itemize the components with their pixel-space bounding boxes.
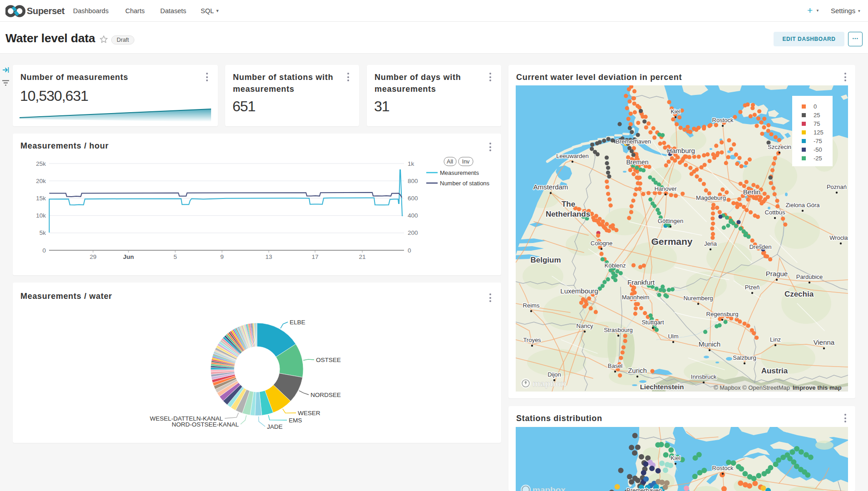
svg-text:Zielona Góra: Zielona Góra xyxy=(785,202,820,208)
svg-text:Jun: Jun xyxy=(123,253,134,260)
svg-text:Berlin: Berlin xyxy=(743,188,760,196)
svg-text:Nuremberg: Nuremberg xyxy=(683,295,713,302)
svg-text:NORDSEE: NORDSEE xyxy=(311,392,341,398)
svg-text:Plzeň: Plzeň xyxy=(745,284,760,291)
svg-text:Number of stations: Number of stations xyxy=(440,180,490,187)
svg-text:800: 800 xyxy=(408,178,418,184)
svg-text:20k: 20k xyxy=(36,178,46,184)
svg-text:-50: -50 xyxy=(814,146,822,153)
svg-text:0: 0 xyxy=(42,247,46,254)
svg-text:Linz: Linz xyxy=(770,336,781,343)
svg-text:mapbox: mapbox xyxy=(533,485,566,491)
svg-text:Hanover: Hanover xyxy=(654,185,677,192)
svg-text:NORD-OSTSEE-KANAL: NORD-OSTSEE-KANAL xyxy=(172,421,239,428)
svg-text:Vienna: Vienna xyxy=(814,338,835,346)
svg-text:Cottbus: Cottbus xyxy=(765,209,785,216)
svg-text:Leeuwarden: Leeuwarden xyxy=(556,153,589,159)
svg-text:Salzburg: Salzburg xyxy=(733,354,756,361)
svg-text:Bremerhaven: Bremerhaven xyxy=(616,138,651,145)
svg-text:400: 400 xyxy=(408,212,418,219)
svg-text:Rostock: Rostock xyxy=(712,465,734,471)
svg-text:Poznań: Poznań xyxy=(827,184,847,190)
svg-text:Belgium: Belgium xyxy=(530,256,561,264)
svg-text:Hamburg: Hamburg xyxy=(667,147,695,154)
svg-text:15k: 15k xyxy=(36,195,46,202)
svg-text:The: The xyxy=(562,200,575,208)
svg-text:-75: -75 xyxy=(814,138,822,144)
svg-text:Dresden: Dresden xyxy=(749,243,771,250)
svg-text:Bremerhaven: Bremerhaven xyxy=(626,487,662,491)
svg-text:Germany: Germany xyxy=(651,236,692,247)
svg-text:mapbox: mapbox xyxy=(533,379,566,388)
svg-text:JADE: JADE xyxy=(267,423,283,430)
svg-text:Luxembourg: Luxembourg xyxy=(560,287,598,295)
svg-text:21: 21 xyxy=(359,253,365,260)
svg-text:WESER: WESER xyxy=(298,410,321,417)
svg-text:Stuttgart: Stuttgart xyxy=(641,319,664,326)
svg-text:All: All xyxy=(447,159,453,165)
svg-text:17: 17 xyxy=(311,253,318,260)
svg-text:0: 0 xyxy=(408,247,411,254)
svg-text:5k: 5k xyxy=(39,229,46,236)
svg-text:Rostock: Rostock xyxy=(712,117,734,124)
svg-text:Koblenz: Koblenz xyxy=(605,262,626,269)
svg-text:600: 600 xyxy=(408,195,418,202)
svg-text:25: 25 xyxy=(814,112,820,119)
svg-text:Magdeburg: Magdeburg xyxy=(696,194,726,201)
svg-text:Nancy: Nancy xyxy=(577,322,593,329)
svg-text:Göttingen: Göttingen xyxy=(658,218,683,224)
svg-text:Innsbruck: Innsbruck xyxy=(691,373,717,380)
svg-text:1k: 1k xyxy=(408,160,414,167)
svg-text:Regensburg: Regensburg xyxy=(706,311,739,317)
svg-text:25k: 25k xyxy=(36,160,46,167)
svg-text:Basel: Basel xyxy=(608,362,623,369)
svg-text:Netherlands: Netherlands xyxy=(546,210,590,218)
svg-text:Mannheim: Mannheim xyxy=(622,294,650,301)
svg-text:Zurich: Zurich xyxy=(628,367,647,374)
svg-text:Measurements: Measurements xyxy=(440,169,479,176)
svg-text:Bremen: Bremen xyxy=(626,159,648,166)
svg-text:Austria: Austria xyxy=(761,367,788,375)
svg-text:Wrocław: Wrocław xyxy=(829,234,848,241)
svg-text:Czechia: Czechia xyxy=(784,290,814,298)
svg-text:Improve this map: Improve this map xyxy=(793,384,842,391)
svg-text:Pardubice: Pardubice xyxy=(796,273,823,280)
svg-text:Prague: Prague xyxy=(766,270,788,278)
svg-text:EMS: EMS xyxy=(289,417,302,424)
svg-text:9: 9 xyxy=(220,253,224,260)
svg-text:Munich: Munich xyxy=(699,340,720,348)
svg-text:75: 75 xyxy=(814,120,820,127)
svg-text:Strasbourg: Strasbourg xyxy=(604,327,633,333)
svg-text:Kiel: Kiel xyxy=(671,455,681,461)
svg-text:Szczecin: Szczecin xyxy=(768,144,791,150)
svg-text:WESEL-DATTELN-KANAL: WESEL-DATTELN-KANAL xyxy=(150,415,223,422)
svg-text:Frankfurt: Frankfurt xyxy=(627,278,655,286)
svg-text:Dijon: Dijon xyxy=(547,371,561,378)
svg-text:Inv: Inv xyxy=(462,159,470,165)
svg-text:OSTSEE: OSTSEE xyxy=(316,357,341,363)
svg-text:Kiel: Kiel xyxy=(671,108,681,115)
svg-text:© Mapbox © OpenStreetMap: © Mapbox © OpenStreetMap xyxy=(714,384,790,391)
svg-text:5: 5 xyxy=(173,253,177,260)
svg-text:Reims: Reims xyxy=(523,302,540,309)
svg-text:Jena: Jena xyxy=(704,240,717,247)
svg-text:29: 29 xyxy=(89,253,96,260)
svg-text:Cologne: Cologne xyxy=(591,240,612,247)
svg-text:Ulm: Ulm xyxy=(668,333,678,340)
svg-text:Amsterdam: Amsterdam xyxy=(533,183,568,191)
svg-text:Troyes: Troyes xyxy=(523,337,541,343)
svg-text:ELBE: ELBE xyxy=(290,319,306,326)
svg-text:125: 125 xyxy=(814,129,824,136)
svg-text:13: 13 xyxy=(265,253,272,260)
svg-text:0: 0 xyxy=(814,103,817,110)
svg-text:10k: 10k xyxy=(36,212,46,219)
svg-text:Liechtenstein: Liechtenstein xyxy=(640,383,684,391)
svg-text:200: 200 xyxy=(408,229,418,236)
svg-text:-25: -25 xyxy=(814,155,822,162)
